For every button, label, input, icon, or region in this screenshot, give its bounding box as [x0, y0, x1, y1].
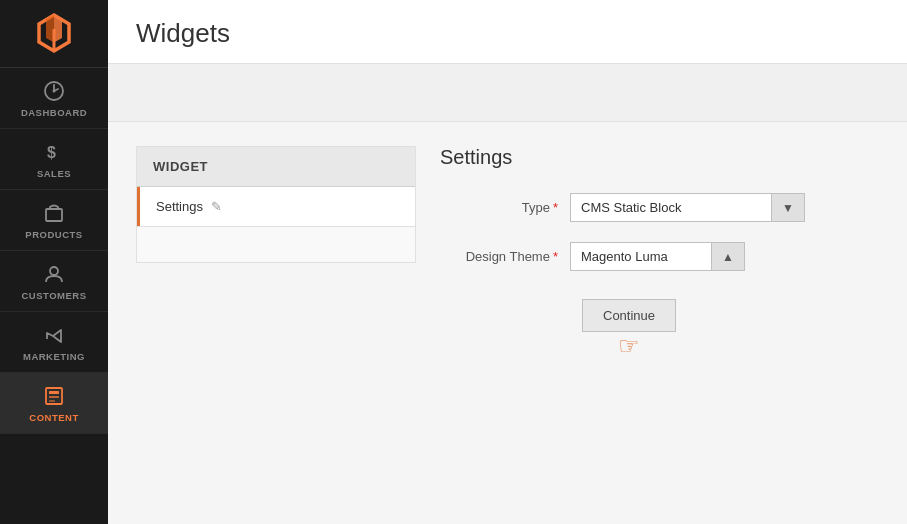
hand-cursor-icon: ☞ [618, 332, 640, 360]
sales-icon: $ [43, 141, 65, 163]
left-panel: WIDGET Settings ✎ [136, 146, 416, 332]
type-required-star: * [553, 200, 558, 215]
sidebar-item-dashboard-label: DASHBOARD [21, 107, 87, 118]
main-content: Widgets WIDGET Settings ✎ Settings Type* [108, 0, 907, 524]
continue-button[interactable]: Continue [582, 299, 676, 332]
svg-text:$: $ [47, 144, 56, 161]
continue-btn-wrapper: Continue ☞ [582, 291, 676, 332]
widget-section-footer [137, 226, 415, 262]
sidebar-item-products[interactable]: PRODUCTS [0, 190, 108, 251]
sidebar-item-customers[interactable]: CUSTOMERS [0, 251, 108, 312]
svg-rect-11 [49, 396, 59, 398]
sidebar-item-dashboard[interactable]: DASHBOARD [0, 68, 108, 129]
sidebar-item-products-label: PRODUCTS [25, 229, 82, 240]
page-title: Widgets [136, 18, 879, 49]
svg-rect-7 [46, 209, 62, 221]
edit-icon[interactable]: ✎ [211, 199, 222, 214]
sidebar: DASHBOARD $ SALES PRODUCTS CUSTOMERS MAR… [0, 0, 108, 524]
design-theme-form-row: Design Theme* Magento Luma ▲ [440, 242, 879, 271]
content-icon [43, 385, 65, 407]
design-theme-select-wrapper: Magento Luma ▲ [570, 242, 745, 271]
design-theme-label: Design Theme* [440, 249, 570, 264]
dashboard-icon [43, 80, 65, 102]
svg-rect-12 [49, 400, 55, 402]
svg-point-8 [50, 267, 58, 275]
widget-nav-item-settings[interactable]: Settings ✎ [137, 187, 415, 226]
type-label: Type* [440, 200, 570, 215]
type-select[interactable]: CMS Static Block [571, 194, 771, 221]
widget-nav-settings-label: Settings [156, 199, 203, 214]
sidebar-item-marketing-label: MARKETING [23, 351, 85, 362]
type-form-row: Type* CMS Static Block ▼ [440, 193, 879, 222]
sidebar-item-content[interactable]: CONTENT [0, 373, 108, 434]
toolbar-area [108, 64, 907, 122]
main-header: Widgets [108, 0, 907, 64]
settings-title: Settings [440, 146, 879, 169]
design-theme-select[interactable]: Magento Luma [571, 243, 711, 270]
marketing-icon [43, 324, 65, 346]
magento-logo-icon [31, 11, 77, 57]
products-icon [43, 202, 65, 224]
customers-icon [43, 263, 65, 285]
sidebar-item-sales[interactable]: $ SALES [0, 129, 108, 190]
widget-section: WIDGET Settings ✎ [136, 146, 416, 263]
main-body: WIDGET Settings ✎ Settings Type* CMS Sta… [108, 122, 907, 356]
design-theme-dropdown-btn[interactable]: ▲ [711, 243, 744, 270]
widget-section-header: WIDGET [137, 147, 415, 187]
right-panel: Settings Type* CMS Static Block ▼ Design… [440, 146, 879, 332]
sidebar-logo [0, 0, 108, 68]
svg-rect-10 [49, 391, 59, 394]
sidebar-item-content-label: CONTENT [29, 412, 78, 423]
type-select-dropdown-btn[interactable]: ▼ [771, 194, 804, 221]
type-select-wrapper: CMS Static Block ▼ [570, 193, 805, 222]
sidebar-item-marketing[interactable]: MARKETING [0, 312, 108, 373]
svg-point-5 [53, 90, 56, 93]
design-theme-required-star: * [553, 249, 558, 264]
sidebar-item-customers-label: CUSTOMERS [21, 290, 86, 301]
sidebar-item-sales-label: SALES [37, 168, 71, 179]
